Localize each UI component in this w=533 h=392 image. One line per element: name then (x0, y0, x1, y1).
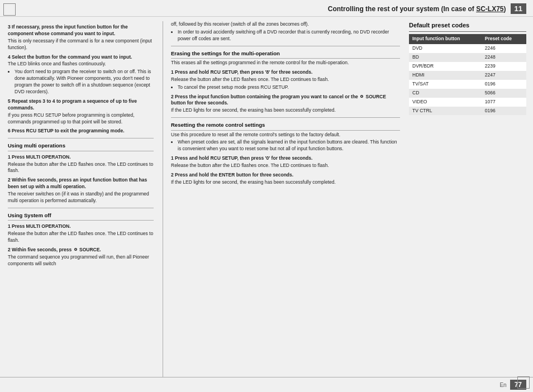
table-cell-input: DVR/BDR (409, 62, 482, 71)
table-cell-preset: 5066 (482, 89, 526, 98)
table-cell-preset: 2248 (482, 53, 526, 62)
right-column: off, followed by this receiver (switch o… (166, 21, 533, 377)
sysoff-step2-text: The command sequence you programmed will… (8, 254, 154, 267)
erase-step1-heading: 1 Press and hold RCU SETUP, then press '… (171, 69, 400, 76)
table-cell-input: CD (409, 89, 482, 98)
table-cell-preset: 0196 (482, 107, 526, 116)
divider-resetting (171, 117, 400, 118)
divider-multi (8, 138, 154, 138)
step4-heading: 4 Select the button for the command you … (8, 54, 154, 61)
table-cell-input: DVD (409, 44, 482, 53)
right-top-bullet1: In order to avoid accidently switching o… (178, 29, 400, 42)
table-cell-input: VIDEO (409, 98, 482, 107)
table-cell-preset: 2246 (482, 44, 526, 53)
right-top-text: off, followed by this receiver (switch o… (171, 21, 400, 28)
step3-heading: 3 If necessary, press the input function… (8, 24, 154, 37)
step3-text: This is only necessary if the command is… (8, 38, 154, 51)
sysoff-step1-text: Release the button after the LED flashes… (8, 231, 154, 244)
using-sysoff-heading: Using System off (8, 212, 154, 221)
preset-table: Input function button Preset code DVD224… (409, 34, 526, 115)
table-row: TV/SAT0196 (409, 80, 526, 89)
page-header: Controlling the rest of your system (In … (0, 0, 533, 17)
step5-heading: 5 Repeat steps 3 to 4 to program a seque… (8, 98, 154, 112)
table-cell-preset: 2239 (482, 62, 526, 71)
resetting-bullets: When preset codes are set, all the signa… (178, 139, 400, 152)
erase-step1-bullet: To cancel the preset setup mode press RC… (178, 84, 400, 91)
sysoff-step1-heading: 1 Press MULTI OPERATION. (8, 223, 154, 230)
resetting-bullet1: When preset codes are set, all the signa… (178, 139, 400, 152)
reset-step1-heading: 1 Press and hold RCU SETUP, then press '… (171, 155, 400, 162)
table-row: VIDEO1077 (409, 98, 526, 107)
page: Controlling the rest of your system (In … (0, 0, 533, 392)
step5-text: If you press RCU SETUP before programmin… (8, 112, 154, 126)
erase-step1-bullets: To cancel the preset setup mode press RC… (178, 84, 400, 91)
footer-en-label: En (499, 382, 506, 388)
reset-step1-text: Release the button after the LED flashes… (171, 162, 400, 169)
corner-mark-br (517, 376, 530, 389)
multi-step1-text: Release the button after the LED flashes… (8, 161, 154, 175)
multi-step1-heading: 1 Press MULTI OPERATION. (8, 154, 154, 161)
step4-bullet1: You don't need to program the receiver t… (15, 69, 154, 95)
erase-step2-text: If the LED lights for one second, the er… (171, 107, 400, 114)
right-top-bullets: In order to avoid accidently switching o… (178, 29, 400, 42)
table-cell-preset: 0196 (482, 80, 526, 89)
table-header-input: Input function button (409, 34, 482, 44)
table-cell-input: BD (409, 53, 482, 62)
table-row: CD5066 (409, 89, 526, 98)
default-codes-title: Default preset codes (409, 21, 526, 32)
erasing-intro: This erases all the settings programmed … (171, 60, 400, 66)
table-cell-preset: 2247 (482, 71, 526, 80)
resetting-intro: Use this procedure to reset all the remo… (171, 132, 400, 138)
table-row: DVR/BDR2239 (409, 62, 526, 71)
table-header-preset: Preset code (482, 34, 526, 44)
divider-sysoff (8, 208, 154, 208)
reset-step2-heading: 2 Press and hold the ENTER button for th… (171, 172, 400, 179)
resetting-heading: Resetting the remote control settings (171, 121, 400, 130)
step4-text1: The LED blinks once and flashes continuo… (8, 61, 154, 68)
step4-bullets: You don't need to program the receiver t… (15, 69, 154, 95)
multi-step2-text: The receiver switches on (if it was in s… (8, 191, 154, 204)
step6-heading: 6 Press RCU SETUP to exit the programmin… (8, 128, 154, 135)
page-footer: En 77 (0, 377, 533, 392)
table-row: BD2248 (409, 53, 526, 62)
table-row: TV CTRL0196 (409, 107, 526, 116)
divider-erasing (171, 46, 400, 46)
using-multi-heading: Using multi operations (8, 142, 154, 151)
main-content: 3 If necessary, press the input function… (0, 17, 533, 377)
header-title: Controlling the rest of your system (In … (328, 5, 506, 13)
table-cell-input: TV/SAT (409, 80, 482, 89)
left-column: 3 If necessary, press the input function… (0, 21, 159, 377)
header-model: SC-LX75 (476, 5, 503, 13)
table-cell-input: TV CTRL (409, 107, 482, 116)
header-page-num: 11 (511, 3, 526, 14)
table-row: HDMI2247 (409, 71, 526, 80)
corner-mark-tl (3, 3, 16, 16)
table-cell-preset: 1077 (482, 98, 526, 107)
reset-step2-text: If the LED lights for one second, the er… (171, 179, 400, 186)
multi-step2-heading: 2 Within five seconds, press an input fu… (8, 177, 154, 190)
column-divider (163, 21, 163, 377)
erase-step2-heading: 2 Press the input function button contai… (171, 94, 400, 107)
erase-step1-text: Release the button after the LED flashes… (171, 77, 400, 83)
table-row: DVD2246 (409, 44, 526, 53)
erasing-heading: Erasing the settings for the multi-opera… (171, 50, 400, 59)
sysoff-step2-heading: 2 Within five seconds, press ⭘ SOURCE. (8, 247, 154, 254)
table-cell-input: HDMI (409, 71, 482, 80)
